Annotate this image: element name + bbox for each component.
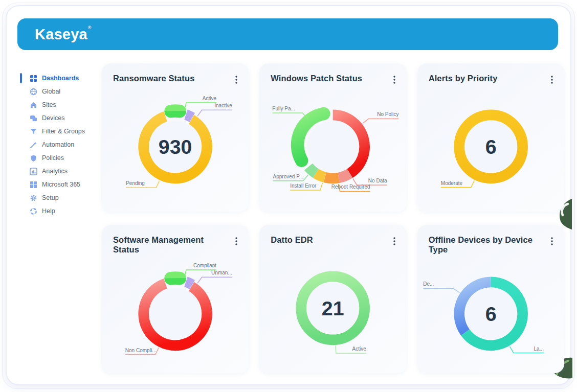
donut-slice-inactive[interactable] — [186, 114, 192, 118]
sidebar-item-label: Dashboards — [42, 75, 79, 82]
slice-label: De... — [423, 281, 434, 287]
label-leader-line — [423, 288, 459, 292]
card-header: Alerts by Priority — [417, 63, 564, 87]
sidebar-nav: Dashboards Global Sites Devices Filter &… — [7, 63, 102, 373]
donut-slice-unman[interactable] — [186, 282, 192, 285]
help-icon — [30, 207, 37, 215]
donut-chart: ActiveInactivePending930 — [102, 86, 249, 201]
card-header: Offline Devices by Device Type — [417, 225, 564, 255]
gear-icon — [30, 194, 37, 202]
slice-label: Non Compli... — [125, 348, 157, 353]
center-value: 21 — [322, 297, 344, 319]
slice-label: Approved P... — [273, 174, 303, 179]
card-windows-patch-status: Windows Patch Status No PolicyNo DataReb… — [259, 63, 406, 212]
center-value: 930 — [159, 135, 192, 158]
slice-label: Compliant — [193, 263, 216, 268]
card-title: Ransomware Status — [113, 74, 194, 83]
sidebar-item-automation[interactable]: Automation — [30, 138, 102, 151]
donut-hole — [307, 121, 359, 172]
card-software-management-status: Software Management Status CompliantUnma… — [102, 225, 249, 373]
card-header: Software Management Status — [102, 225, 249, 255]
slice-label: Pending — [126, 180, 145, 186]
center-value: 6 — [485, 303, 496, 325]
filter-icon — [30, 128, 37, 135]
windows-icon — [30, 181, 37, 189]
slice-label: No Data — [368, 178, 387, 183]
registered-mark: ® — [88, 25, 92, 30]
globe-icon — [30, 88, 37, 96]
app-container: Kaseya® Dashboards Global Sites Devices … — [6, 5, 571, 385]
kebab-menu-icon[interactable] — [547, 74, 557, 87]
grid-icon — [30, 75, 37, 82]
shield-icon — [30, 154, 37, 162]
card-title: Datto EDR — [271, 235, 313, 245]
slice-label: Install Error — [291, 183, 317, 189]
card-title: Software Management Status — [113, 235, 231, 255]
sidebar-item-microsoft-365[interactable]: Microsoft 365 — [30, 178, 102, 191]
sidebar-item-label: Setup — [42, 194, 59, 201]
slice-label: Fully Pa... — [273, 106, 296, 111]
main-content: Dashboards Global Sites Devices Filter &… — [7, 50, 570, 373]
sidebar-item-label: Filter & Groups — [42, 128, 85, 135]
donut-chart: Active21 — [259, 248, 406, 362]
sidebar-item-sites[interactable]: Sites — [30, 98, 102, 111]
label-leader-line — [185, 103, 217, 110]
donut-slice-active[interactable] — [171, 111, 180, 111]
kebab-menu-icon[interactable] — [231, 235, 241, 249]
sidebar-item-help[interactable]: Help — [30, 204, 102, 218]
card-title: Windows Patch Status — [271, 74, 362, 83]
donut-slice-no-data[interactable] — [339, 173, 350, 178]
sidebar-item-setup[interactable]: Setup — [30, 191, 102, 204]
card-title: Alerts by Priority — [429, 74, 498, 83]
donut-slice-reboot-required[interactable] — [325, 177, 339, 178]
label-leader-line — [197, 110, 232, 116]
app-header: Kaseya® — [17, 18, 558, 50]
label-leader-line — [197, 277, 232, 283]
active-indicator — [20, 73, 22, 83]
donut-slice-approved-p[interactable] — [308, 167, 316, 173]
donut-slice-compliant[interactable] — [171, 278, 180, 279]
card-header: Windows Patch Status — [259, 63, 406, 87]
card-ransomware-status: Ransomware Status ActiveInactivePending9… — [102, 63, 249, 212]
sidebar-item-label: Sites — [42, 101, 56, 108]
sidebar-item-policies[interactable]: Policies — [30, 151, 102, 165]
card-header: Ransomware Status — [102, 63, 249, 87]
kaseya-logo: Kaseya® — [35, 26, 92, 43]
donut-chart: No PolicyNo DataReboot RequiredInstall E… — [259, 86, 406, 201]
kebab-menu-icon[interactable] — [389, 74, 400, 87]
sidebar-item-label: Devices — [42, 114, 64, 122]
donut-chart: CompliantUnman...Non Compli... — [102, 253, 249, 368]
slice-label: Unman... — [211, 270, 232, 275]
sidebar-item-global[interactable]: Global — [30, 85, 102, 98]
kebab-menu-icon[interactable] — [231, 74, 241, 87]
kaseya-logo-text: Kaseya — [35, 26, 87, 42]
sidebar-item-dashboards[interactable]: Dashboards — [30, 72, 102, 85]
sidebar-item-label: Microsoft 365 — [42, 181, 80, 188]
slice-label: Active — [352, 346, 367, 352]
chart-icon — [30, 168, 37, 175]
slice-label: Moderate — [440, 180, 462, 186]
donut-chart: La...De...6 — [417, 253, 564, 368]
card-datto-edr: Datto EDR Active21 — [259, 225, 406, 373]
kebab-menu-icon[interactable] — [547, 235, 557, 249]
card-alerts-by-priority: Alerts by Priority Moderate6 — [417, 63, 564, 212]
donut-hole — [149, 288, 201, 339]
sidebar-item-filter-groups[interactable]: Filter & Groups — [30, 125, 102, 138]
donut-chart: Moderate6 — [417, 86, 564, 201]
slice-label: Active — [203, 96, 217, 101]
slice-label: Inactive — [214, 103, 232, 108]
slice-label: Reboot Required — [331, 184, 370, 190]
label-leader-line — [363, 119, 399, 123]
sidebar-item-label: Global — [42, 88, 60, 95]
slice-label: No Policy — [378, 111, 399, 117]
cards-grid: Ransomware Status ActiveInactivePending9… — [102, 63, 564, 373]
wand-icon — [30, 141, 37, 149]
sidebar-item-analytics[interactable]: Analytics — [30, 165, 102, 178]
center-value: 6 — [485, 135, 496, 158]
sidebar-item-devices[interactable]: Devices — [30, 111, 102, 125]
donut-slice-install-error[interactable] — [316, 173, 325, 177]
devices-icon — [30, 114, 37, 122]
sidebar-item-label: Policies — [42, 154, 64, 162]
sidebar-item-label: Automation — [42, 141, 74, 148]
kebab-menu-icon[interactable] — [389, 235, 400, 249]
